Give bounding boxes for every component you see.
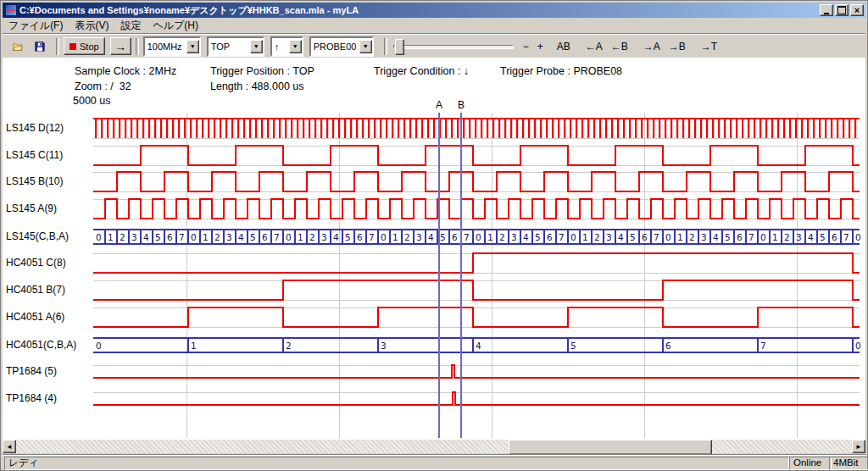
bus-value: 2	[594, 232, 600, 242]
zoom-slider[interactable]	[393, 38, 514, 55]
waveform-pulse	[647, 119, 648, 138]
waveform-pulse	[742, 119, 743, 138]
goto-b-right-button[interactable]: →B	[665, 38, 690, 55]
open-button[interactable]	[8, 37, 28, 56]
zoom-slider-thumb[interactable]	[395, 39, 404, 55]
titlebar[interactable]: C:¥Documents and Settings¥noname¥デスクトップ¥…	[3, 3, 865, 18]
waveform-pulse	[291, 119, 292, 138]
waveform-pulse	[243, 119, 245, 138]
close-button[interactable]: ×	[850, 4, 864, 16]
waveform-pulse	[196, 119, 198, 138]
ab-button[interactable]: AB	[553, 38, 575, 55]
menu-help[interactable]: ヘルプ(H)	[147, 18, 204, 34]
waveform-pulse	[113, 119, 114, 138]
save-button[interactable]	[30, 37, 50, 56]
waveform-pulse	[309, 119, 310, 138]
bus-value: 6	[737, 232, 743, 242]
scroll-right-button[interactable]: ►	[852, 440, 865, 453]
channel-label[interactable]: LS145 D(12)	[6, 122, 64, 134]
waveform-pulse	[665, 119, 666, 138]
waveform-pulse	[807, 119, 809, 138]
horizontal-scrollbar[interactable]: ◄ ►	[3, 440, 865, 453]
channel-label[interactable]: LS145 C(11)	[6, 149, 63, 161]
bus-value: 5	[820, 232, 826, 242]
zoom-in-button[interactable]: +	[533, 38, 548, 55]
waveform-pulse	[231, 119, 233, 138]
waveform-pulse	[789, 119, 791, 138]
dropdown-button[interactable]: ▼	[359, 40, 372, 53]
waveform-trace	[93, 146, 860, 165]
waveform-pulse	[599, 119, 601, 138]
sample-clock-select[interactable]: 100MHz ▼	[143, 36, 201, 57]
waveform-trace	[93, 280, 860, 300]
waveform-pulse	[202, 119, 203, 138]
bus-value: 2	[404, 232, 410, 242]
zoom-slider-track[interactable]	[393, 45, 514, 49]
channel-label[interactable]: HC4051(C,B,A)	[6, 339, 76, 351]
run-arrow-icon: →	[114, 40, 126, 53]
dropdown-button[interactable]: ▼	[250, 40, 263, 53]
bus-value: 1	[392, 232, 398, 242]
bus-value: 6	[167, 232, 173, 242]
channel-label[interactable]: HC4051 C(8)	[6, 257, 66, 269]
chevron-down-icon: ▼	[190, 43, 196, 49]
bus-value: 7	[654, 232, 659, 242]
channel-label[interactable]: TP1684 (5)	[6, 365, 57, 377]
bus-value: 0	[96, 341, 102, 351]
scrollbar-thumb[interactable]	[509, 440, 712, 455]
waveform-pulse	[843, 119, 844, 138]
waveform-pulse	[451, 119, 453, 138]
probe-select[interactable]: PROBE00 ▼	[309, 36, 374, 57]
goto-a-right-button[interactable]: →A	[639, 38, 665, 55]
channel-label[interactable]: HC4051 A(6)	[6, 311, 64, 323]
dropdown-button[interactable]: ▼	[186, 40, 199, 53]
trigger-position-select[interactable]: TOP ▼	[207, 36, 264, 57]
bus-value: 7	[559, 232, 565, 242]
channel-label[interactable]: LS145(C,B,A)	[6, 230, 69, 242]
waveform-pulse	[314, 119, 316, 138]
waveform-pulse	[214, 119, 215, 138]
zoom-out-button[interactable]: −	[519, 38, 533, 55]
bus-value: 5	[440, 232, 446, 242]
goto-b-left-button[interactable]: ←B	[607, 38, 632, 55]
waveform-pulse	[255, 119, 257, 138]
dropdown-button[interactable]: ▼	[289, 40, 302, 53]
marker-label: A	[436, 99, 442, 111]
minimize-button[interactable]	[820, 4, 833, 16]
bus-value: 7	[464, 232, 470, 242]
goto-trigger-button[interactable]: →T	[697, 38, 721, 55]
menu-view[interactable]: 表示(V)	[69, 18, 114, 34]
waveform-pulse	[760, 119, 761, 138]
maximize-button[interactable]	[835, 4, 849, 16]
bus-value: 6	[452, 232, 458, 242]
bus-value: 0	[476, 232, 481, 242]
bus-value: 1	[298, 232, 303, 242]
bus-value: 0	[96, 232, 102, 242]
channel-label[interactable]: HC4051 B(7)	[6, 284, 65, 296]
goto-a-left-button[interactable]: ←A	[581, 38, 607, 55]
trigger-edge-select[interactable]: ↑ ▼	[270, 36, 303, 57]
channel-label[interactable]: LS145 B(10)	[6, 175, 63, 187]
waveform-pulse	[409, 119, 411, 138]
stop-button[interactable]: Stop	[64, 37, 105, 55]
marker-label: B	[458, 99, 465, 111]
waveform-pulse	[445, 119, 447, 138]
menu-file[interactable]: ファイル(F)	[3, 18, 69, 34]
waveform-pulse	[386, 119, 387, 138]
waveform-pulse	[125, 119, 126, 138]
waveform-pulse	[540, 119, 542, 138]
bus-value: 5	[725, 232, 731, 242]
waveform-pulse	[356, 119, 358, 138]
run-button[interactable]: →	[110, 37, 131, 55]
waveform-pulse	[475, 119, 476, 138]
bus-value: 4	[238, 232, 244, 242]
bus-value: 2	[689, 232, 695, 242]
menu-settings[interactable]: 設定	[114, 18, 147, 34]
waveform-pulse	[564, 119, 565, 138]
bus-value: 5	[250, 232, 256, 242]
channel-label[interactable]: TP1684 (4)	[6, 392, 57, 404]
channel-label[interactable]: LS145 A(9)	[6, 202, 57, 214]
trigger-position-value: TOP	[209, 42, 250, 52]
scroll-left-button[interactable]: ◄	[3, 440, 16, 453]
waveform-display[interactable]: 0123456701234567012345670123456701234567…	[92, 97, 863, 441]
